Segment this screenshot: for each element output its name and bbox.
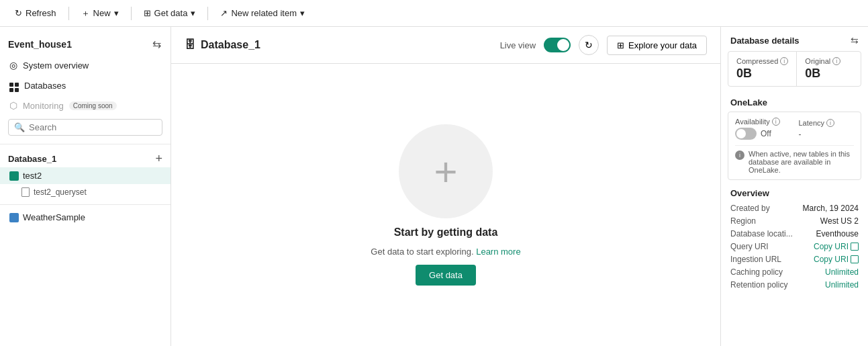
database-icon: 🗄: [185, 39, 195, 51]
chevron-down-icon-3: ▾: [300, 8, 305, 18]
new-label: New: [93, 8, 111, 18]
sidebar-item-system-overview[interactable]: ◎ System overview: [0, 56, 171, 75]
onelake-info: i When active, new tables in this databa…: [735, 145, 854, 174]
storage-card: Compressed i 0B Original i 0B: [728, 51, 861, 87]
copy-uri-query-button[interactable]: Copy URI: [814, 242, 859, 251]
tree-item-label: WeatherSample: [23, 212, 85, 222]
chevron-down-icon: ▾: [114, 8, 119, 18]
latency-col: Latency i -: [799, 119, 855, 139]
get-data-button[interactable]: ⊞ Get data ▾: [137, 5, 203, 21]
refresh-button[interactable]: ↻ Refresh: [8, 5, 63, 21]
copy-uri-ingestion-button[interactable]: Copy URI: [814, 255, 859, 264]
overview-val-retention: Unlimited: [825, 280, 859, 290]
empty-state: + Start by getting data Get data to star…: [171, 64, 720, 346]
content-header: 🗄 Database_1 Live view ↻ ⊞ Explore your …: [171, 27, 720, 64]
sidebar-section-header: Database_1 +: [0, 148, 171, 167]
get-data-label: Get data: [154, 8, 188, 18]
overview-key-region: Region: [730, 216, 756, 226]
refresh-icon: ↻: [585, 40, 593, 50]
search-icon: 🔍: [14, 122, 25, 132]
compressed-label: Compressed i: [736, 57, 788, 65]
sidebar-header: Event_house1 ⇆: [0, 32, 171, 56]
coming-soon-badge: Coming soon: [69, 101, 117, 110]
sidebar-expand-button[interactable]: ⇆: [151, 36, 162, 52]
live-view-label: Live view: [500, 40, 536, 50]
sidebar-item-test2-queryset[interactable]: test2_queryset: [0, 184, 171, 200]
refresh-label: Refresh: [26, 8, 56, 18]
overview-key-query-uri: Query URI: [730, 242, 769, 251]
onelake-row: Availability i Off Latency i: [735, 118, 854, 140]
content-refresh-button[interactable]: ↻: [579, 35, 599, 55]
system-overview-icon: ◎: [9, 60, 17, 71]
copy-icon-query: [851, 243, 859, 251]
onelake-info-text: When active, new tables in this database…: [749, 150, 854, 174]
sidebar-item-weathersample[interactable]: WeatherSample: [0, 209, 171, 226]
latency-info-icon[interactable]: i: [826, 119, 834, 127]
overview-section: Overview Created by March, 19 2024 Regio…: [721, 185, 868, 296]
latency-label: Latency i: [799, 119, 855, 127]
overview-val-region: West US 2: [820, 216, 859, 226]
right-panel: Database details ⇆ Compressed i 0B Origi…: [720, 27, 868, 346]
weather-icon: [9, 213, 19, 222]
overview-row-region: Region West US 2: [730, 216, 859, 226]
new-related-item-button[interactable]: ↗ New related item ▾: [213, 5, 311, 21]
add-data-circle: +: [399, 124, 493, 218]
refresh-icon: ↻: [15, 8, 22, 18]
get-data-icon: ⊞: [144, 8, 151, 18]
sidebar-item-label: System overview: [23, 60, 89, 71]
compressed-value: 0B: [736, 67, 788, 81]
sidebar-item-test2[interactable]: test2: [0, 167, 171, 184]
overview-key-caching: Caching policy: [730, 267, 783, 277]
copy-uri-query-label: Copy URI: [814, 242, 849, 251]
tree-child-label: test2_queryset: [34, 187, 87, 197]
grid-icon: [9, 83, 19, 92]
overview-row-location: Database locati... Eventhouse: [730, 229, 859, 239]
latency-value: -: [799, 130, 802, 139]
tree-item-label: test2: [23, 171, 42, 181]
explore-icon: ⊞: [617, 40, 624, 50]
new-button[interactable]: ＋ New ▾: [75, 5, 126, 22]
overview-key-ingestion-url: Ingestion URL: [730, 255, 781, 264]
panel-header: Database details ⇆: [721, 27, 868, 51]
availability-value: Off: [761, 129, 771, 138]
sidebar-item-monitoring: ⬡ Monitoring Coming soon: [0, 96, 171, 115]
get-data-main-button[interactable]: Get data: [416, 265, 476, 286]
live-view-toggle[interactable]: [544, 38, 571, 52]
empty-state-title: Start by getting data: [394, 226, 498, 239]
toolbar: ↻ Refresh ＋ New ▾ ⊞ Get data ▾ ↗ New rel…: [0, 0, 868, 27]
explore-label: Explore your data: [628, 40, 697, 50]
chevron-down-icon-2: ▾: [191, 8, 195, 18]
expand-panel-icon[interactable]: ⇆: [851, 35, 859, 46]
sidebar-divider-1: [0, 144, 171, 144]
availability-col: Availability i Off: [735, 118, 791, 140]
toolbar-separator-2: [131, 7, 132, 20]
original-info-icon[interactable]: i: [832, 57, 840, 65]
onelake-section-label: OneLake: [721, 95, 868, 112]
learn-more-link[interactable]: Learn more: [476, 247, 520, 257]
sidebar-item-databases[interactable]: Databases: [0, 75, 171, 96]
page-title: Database_1: [201, 39, 260, 51]
search-input[interactable]: [29, 122, 156, 132]
sidebar-item-label: Monitoring: [23, 101, 64, 111]
content-area: 🗄 Database_1 Live view ↻ ⊞ Explore your …: [171, 27, 720, 346]
add-item-button[interactable]: +: [155, 153, 162, 165]
toolbar-separator: [68, 7, 69, 20]
availability-info-icon[interactable]: i: [772, 118, 780, 126]
sidebar-item-label: Databases: [24, 81, 66, 91]
panel-title: Database details: [730, 36, 800, 46]
copy-uri-ingestion-label: Copy URI: [814, 255, 849, 264]
overview-key-location: Database locati...: [730, 229, 793, 239]
overview-row-ingestion-url: Ingestion URL Copy URI: [730, 255, 859, 264]
explore-your-data-button[interactable]: ⊞ Explore your data: [607, 36, 707, 55]
availability-toggle[interactable]: [735, 128, 757, 140]
queryset-icon: [21, 187, 30, 197]
empty-desc-prefix: Get data to start exploring.: [371, 247, 473, 257]
sidebar-search-container: 🔍: [8, 119, 162, 136]
overview-row-query-uri: Query URI Copy URI: [730, 242, 859, 251]
content-title: 🗄 Database_1: [185, 39, 260, 51]
table-icon: [9, 171, 19, 181]
toggle-small-knob: [736, 129, 746, 138]
compressed-info-icon[interactable]: i: [780, 57, 788, 65]
overview-val-created: March, 19 2024: [803, 204, 859, 213]
availability-label: Availability i: [735, 118, 791, 126]
